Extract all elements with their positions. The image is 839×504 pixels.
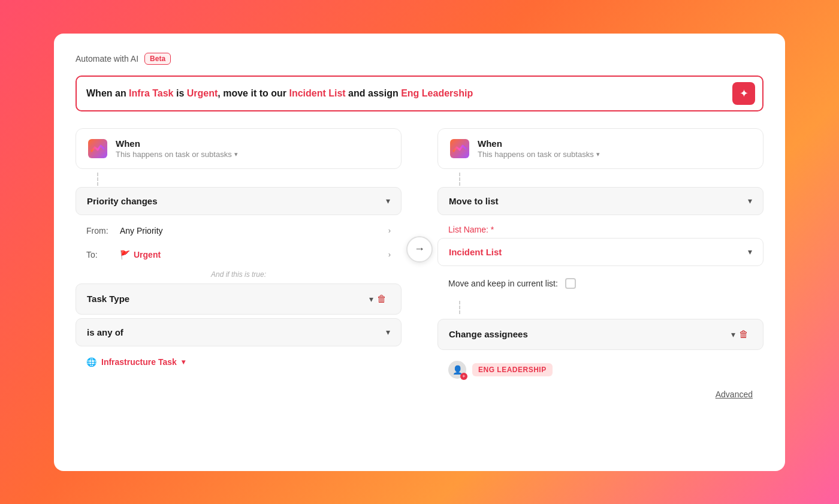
eng-leadership-avatar: 👤 + [448,361,466,379]
flag-icon: 🚩 [120,250,130,259]
move-to-list-label: Move to list [449,196,499,206]
infra-task-chevron: ▾ [182,358,185,366]
eng-leadership-row: 👤 + ENG LEADERSHIP [437,355,763,385]
automate-label: Automate with AI [76,54,138,64]
ai-urgent: Urgent [187,88,218,98]
task-type-row[interactable]: Task Type ▾ 🗑 [76,283,402,315]
dashed-line-2 [459,173,763,186]
from-row[interactable]: From: Any Priority › [76,219,402,243]
dashed-line-1 [97,173,402,186]
globe-icon: 🌐 [86,357,96,367]
change-assignees-chevron: ▾ [731,330,735,339]
priority-changes-label: Priority changes [87,196,158,206]
left-when-chevron: ▾ [234,150,238,158]
arrow-circle: → [406,236,433,262]
arrow-icon: → [414,243,425,255]
keep-current-label: Move and keep in current list: [448,279,558,288]
ai-eng-leadership: Eng Leadership [401,88,473,98]
is-any-chevron: ▾ [386,327,390,337]
right-when-chevron: ▾ [596,150,600,158]
is-any-label: is any of [87,327,123,337]
change-assignees-label: Change assignees [449,329,731,339]
ai-infra-task: Infra Task [129,88,173,98]
left-when-title: When [116,138,389,149]
infra-task-row[interactable]: 🌐 Infrastructure Task ▾ [76,350,402,374]
to-row[interactable]: To: 🚩 Urgent › [76,243,402,267]
task-type-label: Task Type [87,294,369,304]
right-column: When This happens on task or subtasks ▾ … [437,128,763,404]
clickup-logo-left [88,139,107,158]
move-to-list-dropdown[interactable]: Move to list ▾ [437,187,763,215]
ai-move: , move it to our [218,88,289,98]
incident-list-chevron: ▾ [748,247,752,256]
change-assignees-dropdown[interactable]: Change assignees ▾ 🗑 [437,319,763,350]
task-type-delete-button[interactable]: 🗑 [373,292,390,306]
advanced-link[interactable]: Advanced [437,385,763,404]
to-value: 🚩 Urgent [120,250,161,259]
priority-changes-dropdown[interactable]: Priority changes ▾ [76,187,402,215]
clickup-logo-right [450,139,469,158]
ai-prefix: When an [86,88,129,98]
ai-input-box[interactable]: When an Infra Task is Urgent, move it to… [76,76,763,111]
ai-sparkle-button[interactable]: ✦ [732,82,755,105]
ai-input-text: When an Infra Task is Urgent, move it to… [86,86,731,101]
beta-badge: Beta [144,53,171,65]
left-when-card[interactable]: When This happens on task or subtasks ▾ [76,128,402,169]
right-when-card[interactable]: When This happens on task or subtasks ▾ [437,128,763,169]
is-any-row[interactable]: is any of ▾ [76,318,402,346]
automate-header: Automate with AI Beta [76,53,763,65]
from-chevron-right: › [388,226,391,235]
priority-chevron-down: ▾ [386,196,390,206]
task-type-chevron: ▾ [369,294,373,304]
incident-list-dropdown[interactable]: Incident List ▾ [437,238,763,266]
to-label: To: [86,250,110,259]
arrow-column: → [402,128,437,262]
ai-is: is [174,88,187,98]
to-chevron-right: › [388,250,391,259]
left-when-sub: This happens on task or subtasks ▾ [116,150,389,159]
list-name-label: List Name: * [437,219,763,238]
infra-task-value: Infrastructure Task [101,357,177,367]
keep-current-checkbox[interactable] [565,278,576,289]
ai-and-assign: and assign [346,88,401,98]
left-column: When This happens on task or subtasks ▾ … [76,128,402,374]
columns-layout: When This happens on task or subtasks ▾ … [76,128,763,404]
list-name-required: * [491,225,494,234]
and-if-label: And if this is true: [76,267,402,283]
from-value: Any Priority [120,226,163,236]
from-label: From: [86,226,110,236]
move-to-list-chevron: ▾ [748,196,752,206]
avatar-person-icon: 👤 [452,365,463,375]
main-card: Automate with AI Beta When an Infra Task… [54,34,785,471]
left-when-text: When This happens on task or subtasks ▾ [116,138,389,159]
right-when-text: When This happens on task or subtasks ▾ [478,138,751,159]
keep-current-row[interactable]: Move and keep in current list: [437,271,763,296]
incident-list-value: Incident List [449,247,502,257]
change-assignees-delete-button[interactable]: 🗑 [735,328,752,341]
dashed-line-3 [459,301,763,314]
right-when-title: When [478,138,751,149]
ai-incident-list: Incident List [289,88,345,98]
eng-leadership-label: ENG LEADERSHIP [472,363,553,376]
avatar-plus-icon: + [460,373,467,380]
right-when-sub: This happens on task or subtasks ▾ [478,150,751,159]
